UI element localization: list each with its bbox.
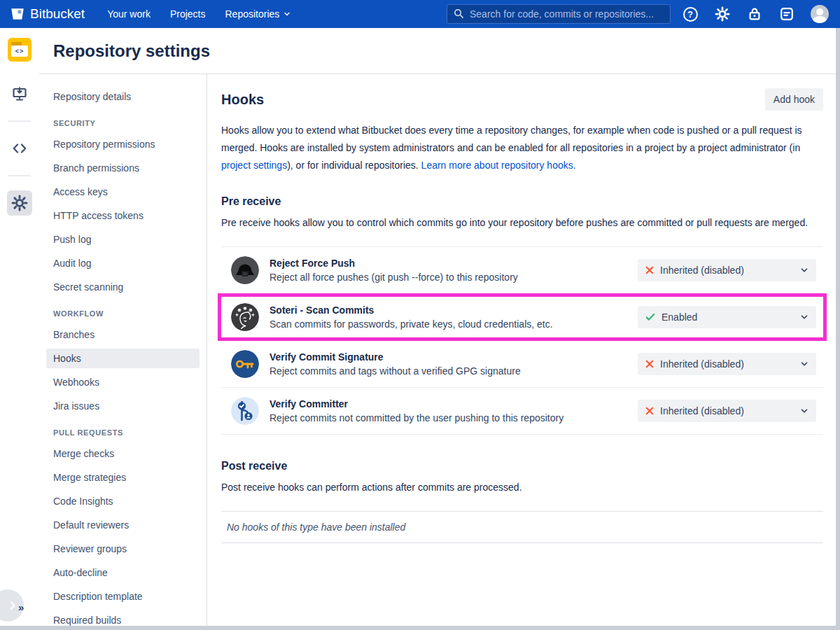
permissions-button[interactable] (746, 6, 763, 22)
hook-text: Reject Force Push Reject all force pushe… (270, 258, 518, 283)
sidebar-item-reviewer-groups[interactable]: Reviewer groups (46, 539, 200, 559)
hook-text: Soteri - Scan Commits Scan commits for p… (270, 304, 553, 330)
hook-name: Soteri - Scan Commits (270, 304, 553, 316)
repository-settings-button[interactable] (7, 190, 32, 216)
hook-row-verify-commit-signature: Verify Commit Signature Reject commits a… (221, 341, 823, 387)
hooks-panel: Hooks Add hook Hooks allow you to extend… (207, 74, 836, 626)
sidebar-section-pull-requests: PULL REQUESTS (46, 428, 200, 437)
hook-name: Verify Committer (270, 398, 564, 410)
hook-name: Reject Force Push (270, 258, 518, 269)
nav-projects[interactable]: Projects (170, 8, 206, 20)
sidebar-item-required-builds[interactable]: Required builds (46, 610, 200, 626)
sidebar-item-description-template[interactable]: Description template (46, 587, 200, 606)
gpg-key-avatar-icon (231, 350, 259, 378)
sidebar-item-jira-issues[interactable]: Jira issues (46, 396, 200, 416)
project-settings-link[interactable]: project settings (221, 160, 287, 171)
bitbucket-logo[interactable]: Bitbucket (10, 6, 85, 22)
hook-text: Verify Commit Signature Reject commits a… (270, 351, 521, 377)
hooks-heading: Hooks (221, 92, 264, 108)
hook-text: Verify Committer Reject commits not comm… (270, 398, 564, 424)
double-chevron-icon[interactable]: » (18, 601, 24, 613)
brand-name: Bitbucket (30, 6, 85, 22)
feedback-button[interactable] (778, 6, 795, 22)
learn-more-link[interactable]: Learn more about repository hooks. (421, 160, 576, 171)
chevron-down-icon (283, 10, 291, 18)
verify-committer-avatar-icon (231, 397, 259, 425)
pre-receive-title: Pre receive (221, 195, 823, 208)
chevron-down-icon (799, 312, 809, 322)
hook-description: Reject commits and tags without a verifi… (270, 365, 521, 377)
sidebar-section-security: SECURITY (46, 119, 200, 127)
post-receive-description: Post receive hooks can perform actions a… (221, 479, 823, 496)
bitbucket-bucket-icon (10, 6, 25, 22)
hook-status-dropdown[interactable]: Enabled (638, 306, 816, 328)
top-nav-icons: ? (682, 5, 829, 23)
cross-icon (645, 359, 654, 369)
sidebar-item-webhooks[interactable]: Webhooks (46, 372, 200, 392)
cross-icon (645, 265, 654, 275)
add-hook-button[interactable]: Add hook (765, 88, 823, 111)
nav-repositories[interactable]: Repositories (225, 8, 291, 20)
bitbucket-repository-settings-page: Bitbucket Your work Projects Repositorie… (0, 0, 840, 630)
soteri-avatar-icon (231, 303, 259, 331)
search-input[interactable] (447, 4, 671, 24)
settings-sidebar: Repository details SECURITY Repository p… (39, 74, 207, 626)
rail-divider (8, 120, 31, 122)
clone-icon (11, 85, 28, 102)
sidebar-item-merge-strategies[interactable]: Merge strategies (46, 468, 200, 487)
nav-your-work[interactable]: Your work (107, 8, 150, 20)
cross-icon (645, 406, 654, 416)
source-code-button[interactable] (7, 136, 32, 161)
reject-force-push-avatar-icon (231, 256, 259, 284)
sidebar-item-code-insights[interactable]: Code Insights (46, 491, 200, 511)
sidebar-item-auto-decline[interactable]: Auto-decline (46, 563, 200, 582)
sidebar-item-http-access-tokens[interactable]: HTTP access tokens (46, 206, 200, 225)
help-icon: ? (683, 7, 698, 22)
clone-button[interactable] (7, 81, 32, 106)
hook-description: Reject all force pushes (git push --forc… (270, 272, 518, 283)
hook-status-dropdown[interactable]: Inherited (disabled) (638, 353, 816, 375)
help-button[interactable]: ? (682, 6, 699, 22)
pre-receive-description: Pre receive hooks allow you to control w… (221, 215, 823, 231)
sidebar-item-merge-checks[interactable]: Merge checks (46, 444, 200, 463)
sidebar-item-push-log[interactable]: Push log (46, 230, 200, 249)
icon-rail: <> » (0, 28, 39, 626)
sidebar-item-repository-permissions[interactable]: Repository permissions (46, 134, 200, 154)
post-receive-empty-message: No hooks of this type have been installe… (221, 511, 823, 543)
app-area: <> » (0, 28, 836, 626)
sidebar-item-hooks[interactable]: Hooks (46, 349, 200, 368)
user-avatar[interactable] (811, 5, 829, 23)
intro-text: Hooks allow you to extend what Bitbucket… (221, 125, 802, 153)
sidebar-item-repository-details[interactable]: Repository details (46, 87, 200, 106)
sidebar-item-branch-permissions[interactable]: Branch permissions (46, 158, 200, 178)
hooks-intro: Hooks allow you to extend what Bitbucket… (221, 122, 823, 174)
post-receive-title: Post receive (221, 460, 823, 472)
chevron-down-icon (799, 359, 809, 369)
rail-divider (8, 175, 31, 176)
top-nav-links: Your work Projects Repositories (107, 8, 291, 20)
sidebar-item-audit-log[interactable]: Audit log (46, 253, 200, 273)
hook-description: Scan commits for passwords, private keys… (270, 318, 553, 330)
hook-name: Verify Commit Signature (270, 351, 521, 363)
hook-row-soteri-scan-commits: Soteri - Scan Commits Scan commits for p… (218, 293, 827, 341)
top-nav: Bitbucket Your work Projects Repositorie… (0, 0, 840, 28)
content-column: Repository settings Repository details S… (39, 28, 836, 626)
chevron-down-icon (799, 265, 809, 275)
sidebar-item-secret-scanning[interactable]: Secret scanning (46, 277, 200, 297)
post-receive-section: Post receive Post receive hooks can perf… (221, 460, 823, 543)
hook-status-label: Enabled (662, 312, 697, 323)
hook-status-label: Inherited (disabled) (660, 265, 744, 276)
sidebar-item-default-reviewers[interactable]: Default reviewers (46, 515, 200, 535)
admin-settings-button[interactable] (714, 6, 731, 22)
settings-gear-icon (11, 195, 28, 211)
hook-status-dropdown[interactable]: Inherited (disabled) (638, 259, 816, 281)
sidebar-item-branches[interactable]: Branches (46, 325, 200, 344)
hook-status-label: Inherited (disabled) (660, 405, 744, 416)
pre-receive-hook-list: Reject Force Push Reject all force pushe… (221, 246, 823, 435)
sidebar-item-access-keys[interactable]: Access keys (46, 182, 200, 202)
repository-avatar-icon[interactable]: <> (8, 38, 31, 62)
chevron-down-icon (799, 406, 809, 416)
global-search (447, 4, 671, 24)
feedback-icon (779, 6, 794, 22)
hook-status-dropdown[interactable]: Inherited (disabled) (638, 400, 816, 422)
